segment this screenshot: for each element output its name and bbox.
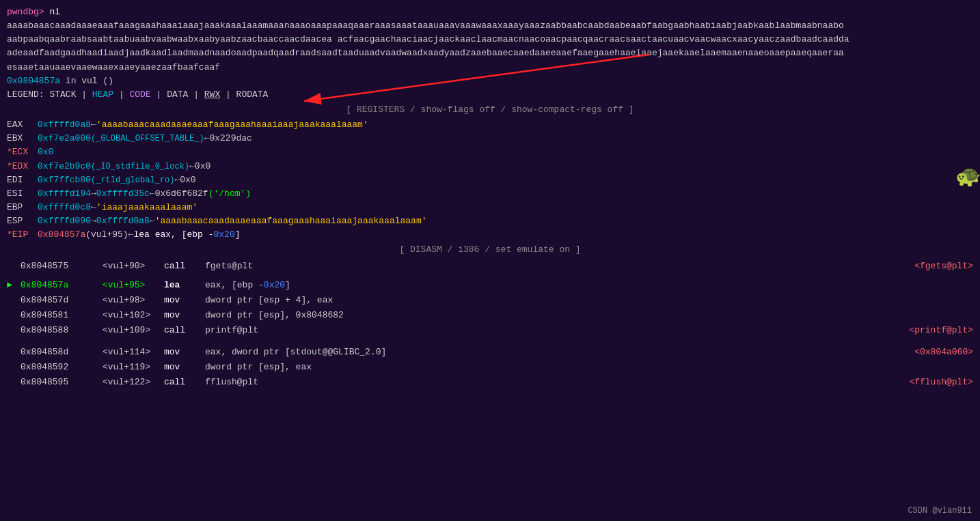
reg-esi: ESI 0xffffd194 → 0xffffd35c ← 0x6d6f682f… xyxy=(7,187,973,201)
legend-label: LEGEND: xyxy=(7,89,44,100)
disasm-row-current: ► 0x804857a <vul+95> lea eax, [ebp - 0x2… xyxy=(7,278,973,293)
prompt-line: pwndbg> ni xyxy=(7,5,973,19)
reg-eax: EAX 0xffffd0a8 ← 'aaaabaaacaaadaaaeaaafa… xyxy=(7,118,973,132)
reg-ebx: EBX 0xf7e2a000 (_GLOBAL_OFFSET_TABLE_) ←… xyxy=(7,132,973,145)
reg-esp: ESP 0xffffd090 → 0xffffd0a8 ← 'aaaabaaac… xyxy=(7,214,973,228)
vul-addr: 0x0804857a xyxy=(7,76,60,86)
legend-stack: STACK xyxy=(49,89,76,100)
legend-heap: HEAP xyxy=(92,89,113,100)
disasm-row-4: 0x8048588 <vul+109> call printf@plt <pri… xyxy=(7,323,973,338)
disasm-row-0: 0x8048575 <vul+90> call fgets@plt <fgets… xyxy=(7,259,973,274)
gap-disasm xyxy=(7,338,973,345)
reg-ebp: EBP 0xffffd0c8 ← 'iaaajaaakaaalaaam' xyxy=(7,201,973,214)
watermark: CSDN @vlan911 xyxy=(908,506,972,516)
output-line-3: adeaadfaadgaadhaadiaadjaadkaadlaadmaadna… xyxy=(7,46,973,60)
legend-rwx: RWX xyxy=(204,89,220,100)
command: ni xyxy=(49,7,60,17)
reg-eip: *EIP 0x804857a (vul+95) ← lea eax, [ebp … xyxy=(7,228,973,242)
legend-code: CODE xyxy=(130,89,151,100)
disasm-row-3: 0x8048581 <vul+102> mov dword ptr [esp],… xyxy=(7,308,973,323)
registers-header: [ REGISTERS / show-flags off / show-comp… xyxy=(7,103,973,117)
reg-ecx: *ECX 0x0 xyxy=(7,145,973,159)
reg-edx: *EDX 0xf7e2b9c0 (_IO_stdfile_0_lock) ← 0… xyxy=(7,160,973,173)
output-line-1: aaaabaaacaaadaaaeaaafaaagaaahaaaiaaajaaa… xyxy=(7,19,973,33)
prompt: pwndbg> xyxy=(7,7,44,17)
vul-in: in vul () xyxy=(66,76,113,86)
vul-addr-line: 0x0804857a in vul () xyxy=(7,74,973,88)
disasm-row-6: 0x8048592 <vul+119> mov dword ptr [esp],… xyxy=(7,360,973,375)
disasm-row-7: 0x8048595 <vul+122> call fflush@plt <ffl… xyxy=(7,375,973,390)
reg-edi: EDI 0xf7ffcb80 (_rtld_global_ro) ← 0x0 xyxy=(7,173,973,187)
output-line-4: esaaetaauaaevaaewaaexaaeyaaezaafbaafcaaf xyxy=(7,61,973,74)
disasm-row-2: 0x804857d <vul+98> mov dword ptr [esp + … xyxy=(7,293,973,308)
terminal: pwndbg> ni aaaabaaacaaadaaaeaaafaaagaaah… xyxy=(0,0,980,395)
legend-line: LEGEND: STACK | HEAP | CODE | DATA | RWX… xyxy=(7,88,973,102)
legend-rodata: RODATA xyxy=(236,89,269,100)
current-arrow-icon: ► xyxy=(7,278,21,293)
disasm-header: [ DISASM / i386 / set emulate on ] xyxy=(7,243,973,257)
disasm-row-5: 0x804858d <vul+114> mov eax, dword ptr [… xyxy=(7,345,973,360)
legend-data: DATA xyxy=(167,89,188,100)
output-line-2: aabpaabqaabraabsaabtaabuaabvaabwaabxaaby… xyxy=(7,33,973,46)
turtle-decoration: 🐢 xyxy=(956,164,980,198)
